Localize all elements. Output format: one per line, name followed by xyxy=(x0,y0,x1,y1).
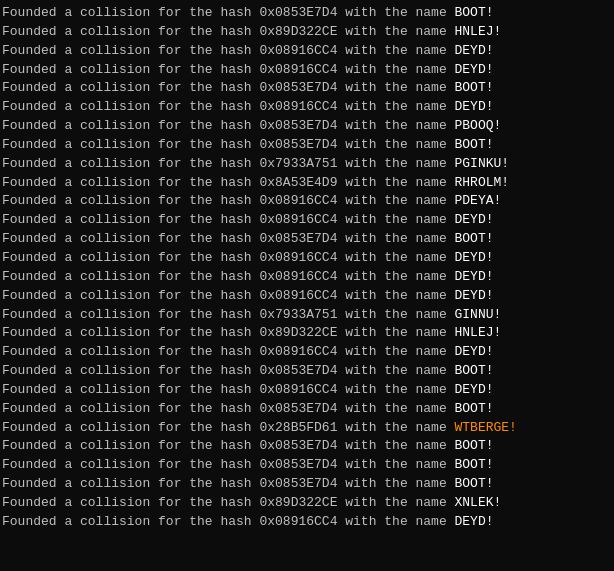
collision-name: XNLEK! xyxy=(455,495,502,510)
log-line: Founded a collision for the hash 0x0853E… xyxy=(2,475,612,494)
collision-name: BOOT! xyxy=(455,476,494,491)
log-line: Founded a collision for the hash 0x08916… xyxy=(2,381,612,400)
log-line: Founded a collision for the hash 0x0853E… xyxy=(2,117,612,136)
hash-value: 0x08916CC4 xyxy=(259,269,337,284)
hash-value: 0x08916CC4 xyxy=(259,193,337,208)
collision-name: GINNU! xyxy=(455,307,502,322)
collision-name: BOOT! xyxy=(455,363,494,378)
hash-value: 0x7933A751 xyxy=(259,156,337,171)
collision-name: DEYD! xyxy=(455,43,494,58)
log-line: Founded a collision for the hash 0x0853E… xyxy=(2,362,612,381)
hash-value: 0x7933A751 xyxy=(259,307,337,322)
collision-name: BOOT! xyxy=(455,5,494,20)
hash-value: 0x28B5FD61 xyxy=(259,420,337,435)
hash-value: 0x0853E7D4 xyxy=(259,118,337,133)
collision-name: WTBERGE! xyxy=(455,420,517,435)
collision-name: DEYD! xyxy=(455,99,494,114)
log-line: Founded a collision for the hash 0x08916… xyxy=(2,42,612,61)
log-line: Founded a collision for the hash 0x0853E… xyxy=(2,230,612,249)
log-line: Founded a collision for the hash 0x0853E… xyxy=(2,400,612,419)
log-line: Founded a collision for the hash 0x08916… xyxy=(2,211,612,230)
hash-value: 0x0853E7D4 xyxy=(259,363,337,378)
collision-name: BOOT! xyxy=(455,457,494,472)
log-line: Founded a collision for the hash 0x0853E… xyxy=(2,79,612,98)
hash-value: 0x08916CC4 xyxy=(259,212,337,227)
hash-value: 0x0853E7D4 xyxy=(259,401,337,416)
log-line: Founded a collision for the hash 0x8A53E… xyxy=(2,174,612,193)
log-line: Founded a collision for the hash 0x08916… xyxy=(2,343,612,362)
log-line: Founded a collision for the hash 0x89D32… xyxy=(2,324,612,343)
log-line: Founded a collision for the hash 0x0853E… xyxy=(2,4,612,23)
collision-name: BOOT! xyxy=(455,231,494,246)
hash-value: 0x08916CC4 xyxy=(259,514,337,529)
collision-name: PBOOQ! xyxy=(455,118,502,133)
collision-name: PDEYA! xyxy=(455,193,502,208)
collision-name: PGINKU! xyxy=(455,156,510,171)
log-line: Founded a collision for the hash 0x7933A… xyxy=(2,306,612,325)
log-line: Founded a collision for the hash 0x08916… xyxy=(2,249,612,268)
log-line: Founded a collision for the hash 0x08916… xyxy=(2,513,612,532)
log-line: Founded a collision for the hash 0x08916… xyxy=(2,192,612,211)
hash-value: 0x08916CC4 xyxy=(259,344,337,359)
log-line: Founded a collision for the hash 0x08916… xyxy=(2,268,612,287)
collision-name: DEYD! xyxy=(455,250,494,265)
log-line: Founded a collision for the hash 0x0853E… xyxy=(2,437,612,456)
collision-name: DEYD! xyxy=(455,62,494,77)
collision-name: BOOT! xyxy=(455,80,494,95)
hash-value: 0x08916CC4 xyxy=(259,43,337,58)
collision-name: BOOT! xyxy=(455,401,494,416)
collision-name: BOOT! xyxy=(455,438,494,453)
log-line: Founded a collision for the hash 0x89D32… xyxy=(2,494,612,513)
hash-value: 0x89D322CE xyxy=(259,24,337,39)
hash-value: 0x0853E7D4 xyxy=(259,137,337,152)
collision-name: BOOT! xyxy=(455,137,494,152)
log-line: Founded a collision for the hash 0x28B5F… xyxy=(2,419,612,438)
log-line: Founded a collision for the hash 0x0853E… xyxy=(2,456,612,475)
collision-name: DEYD! xyxy=(455,288,494,303)
collision-name: HNLEJ! xyxy=(455,24,502,39)
collision-name: DEYD! xyxy=(455,212,494,227)
hash-value: 0x0853E7D4 xyxy=(259,80,337,95)
hash-value: 0x89D322CE xyxy=(259,325,337,340)
collision-name: DEYD! xyxy=(455,269,494,284)
collision-name: DEYD! xyxy=(455,382,494,397)
hash-value: 0x08916CC4 xyxy=(259,288,337,303)
log-line: Founded a collision for the hash 0x0853E… xyxy=(2,136,612,155)
hash-value: 0x89D322CE xyxy=(259,495,337,510)
collision-name: RHROLM! xyxy=(455,175,510,190)
log-line: Founded a collision for the hash 0x89D32… xyxy=(2,23,612,42)
hash-value: 0x0853E7D4 xyxy=(259,231,337,246)
collision-name: HNLEJ! xyxy=(455,325,502,340)
hash-value: 0x08916CC4 xyxy=(259,62,337,77)
hash-value: 0x08916CC4 xyxy=(259,99,337,114)
log-line: Founded a collision for the hash 0x08916… xyxy=(2,287,612,306)
collision-name: DEYD! xyxy=(455,344,494,359)
hash-value: 0x0853E7D4 xyxy=(259,476,337,491)
log-container: Founded a collision for the hash 0x0853E… xyxy=(2,4,612,532)
log-line: Founded a collision for the hash 0x08916… xyxy=(2,61,612,80)
hash-value: 0x0853E7D4 xyxy=(259,5,337,20)
collision-name: DEYD! xyxy=(455,514,494,529)
hash-value: 0x0853E7D4 xyxy=(259,438,337,453)
hash-value: 0x0853E7D4 xyxy=(259,457,337,472)
hash-value: 0x8A53E4D9 xyxy=(259,175,337,190)
log-line: Founded a collision for the hash 0x08916… xyxy=(2,98,612,117)
hash-value: 0x08916CC4 xyxy=(259,382,337,397)
log-line: Founded a collision for the hash 0x7933A… xyxy=(2,155,612,174)
hash-value: 0x08916CC4 xyxy=(259,250,337,265)
